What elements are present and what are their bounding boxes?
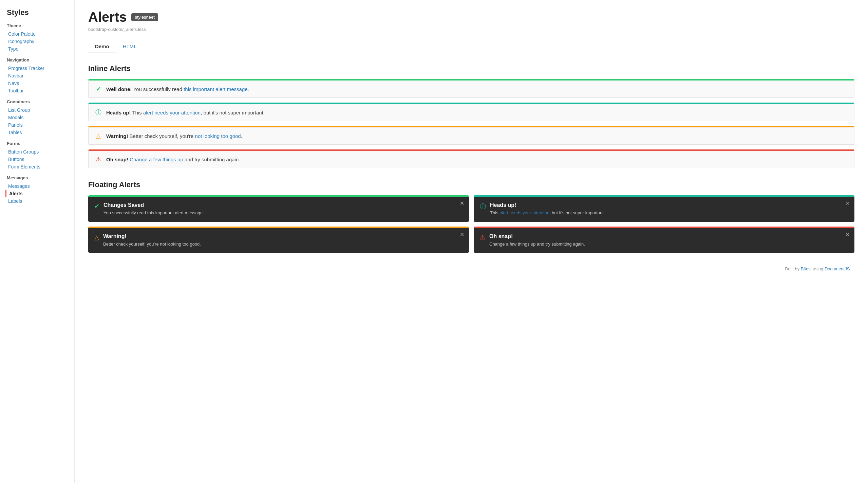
inline-alerts-heading: Inline Alerts: [88, 64, 854, 73]
floating-alert-warning: △ Warning! Better check yourself, you're…: [88, 227, 469, 253]
footer-documentjs-link[interactable]: DocumentJS: [825, 266, 850, 271]
inline-alert-warning-text: Warning! Better check yourself, you're n…: [106, 133, 242, 139]
floating-info-circle-icon: ⓘ: [480, 202, 486, 211]
inline-alert-danger-strong: Oh snap!: [106, 157, 128, 162]
page-subtitle: bootstrap-custom/_alerts.less: [88, 27, 854, 32]
floating-alert-success-close[interactable]: ✕: [460, 201, 464, 206]
sidebar-item-messages[interactable]: Messages: [7, 182, 68, 190]
inline-alert-warning: △ Warning! Better check yourself, you're…: [88, 126, 854, 145]
inline-alert-info-link[interactable]: alert needs your attention: [143, 110, 201, 115]
inline-alert-danger-link[interactable]: Change a few things up: [130, 157, 183, 162]
tab-html[interactable]: HTML: [116, 40, 144, 53]
danger-circle-icon: ⚠: [95, 156, 102, 163]
footer: Built by Bitovi using DocumentJS.: [88, 266, 854, 271]
page-header: Alerts stylesheet: [88, 10, 854, 25]
stylesheet-badge: stylesheet: [131, 13, 158, 21]
floating-alert-success-text: You successfully read this important ale…: [103, 210, 463, 216]
sidebar-item-buttons[interactable]: Buttons: [7, 156, 68, 163]
sidebar-item-iconography[interactable]: Iconography: [7, 38, 68, 45]
sidebar-item-navs[interactable]: Navs: [7, 79, 68, 87]
sidebar-item-color-palette[interactable]: Color Palette: [7, 30, 68, 38]
page-title: Alerts: [88, 10, 127, 25]
floating-alert-danger: ⚠ Oh snap! Change a few things up and tr…: [474, 227, 854, 253]
inline-alert-danger-text: Oh snap! Change a few things up and try …: [106, 157, 240, 162]
floating-alert-warning-title: Warning!: [103, 233, 463, 239]
floating-alert-info-body: Heads up! This alert needs your attentio…: [490, 202, 848, 216]
floating-alert-success-body: Changes Saved You successfully read this…: [103, 202, 463, 216]
sidebar-item-tables[interactable]: Tables: [7, 129, 68, 136]
floating-alert-info-link[interactable]: alert needs your attention: [499, 210, 549, 215]
main-content: Alerts stylesheet bootstrap-custom/_aler…: [75, 0, 868, 483]
floating-alert-info-title: Heads up!: [490, 202, 848, 208]
floating-alert-danger-body: Oh snap! Change a few things up and try …: [489, 233, 848, 248]
inline-alert-success-strong: Well done!: [106, 86, 132, 92]
floating-alert-warning-close[interactable]: ✕: [460, 232, 464, 237]
check-circle-icon: ✔: [95, 85, 102, 93]
warning-triangle-icon: △: [95, 132, 102, 140]
floating-alert-danger-close[interactable]: ✕: [845, 232, 850, 237]
sidebar-section-messages: Messages: [7, 175, 68, 180]
floating-alert-info-text: This alert needs your attention, but it'…: [490, 210, 848, 216]
floating-alert-success: ✔ Changes Saved You successfully read th…: [88, 195, 469, 222]
sidebar-item-panels[interactable]: Panels: [7, 121, 68, 129]
footer-text: Built by Bitovi using DocumentJS.: [785, 266, 851, 271]
floating-alert-info-close[interactable]: ✕: [845, 201, 850, 206]
sidebar-item-button-groups[interactable]: Button Groups: [7, 148, 68, 156]
sidebar-item-toolbar[interactable]: Toolbar: [7, 87, 68, 94]
sidebar-section-forms: Forms: [7, 141, 68, 146]
floating-alert-danger-text: Change a few things up and try submittin…: [489, 241, 848, 248]
floating-alerts-grid: ✔ Changes Saved You successfully read th…: [88, 195, 854, 253]
floating-warning-icon: △: [94, 234, 99, 241]
inline-alert-info-text: Heads up! This alert needs your attentio…: [106, 110, 265, 115]
floating-alerts-heading: Floating Alerts: [88, 180, 854, 189]
sidebar-item-alerts[interactable]: Alerts: [5, 190, 68, 197]
sidebar-item-modals[interactable]: Modals: [7, 114, 68, 121]
inline-alert-warning-link[interactable]: not looking too good: [195, 133, 241, 139]
tab-demo[interactable]: Demo: [88, 40, 116, 53]
floating-alert-info: ⓘ Heads up! This alert needs your attent…: [474, 195, 854, 222]
sidebar: Styles Theme Color Palette Iconography T…: [0, 0, 75, 483]
sidebar-item-form-elements[interactable]: Form Elements: [7, 163, 68, 171]
inline-alert-info: ⓘ Heads up! This alert needs your attent…: [88, 103, 854, 121]
sidebar-title: Styles: [7, 8, 68, 17]
sidebar-item-type[interactable]: Type: [7, 45, 68, 53]
inline-alert-success: ✔ Well done! You successfully read this …: [88, 79, 854, 98]
sidebar-item-list-group[interactable]: List Group: [7, 106, 68, 114]
tabs: Demo HTML: [88, 40, 854, 53]
floating-alert-warning-text: Better check yourself, you're not lookin…: [103, 241, 463, 248]
sidebar-item-navbar[interactable]: Navbar: [7, 72, 68, 79]
floating-alert-success-title: Changes Saved: [103, 202, 463, 208]
floating-alert-danger-title: Oh snap!: [489, 233, 848, 239]
floating-check-circle-icon: ✔: [94, 202, 99, 210]
footer-bitovi-link[interactable]: Bitovi: [801, 266, 812, 271]
inline-alert-success-text: Well done! You successfully read this im…: [106, 86, 249, 92]
sidebar-section-containers: Containers: [7, 99, 68, 104]
floating-danger-icon: ⚠: [480, 234, 485, 241]
sidebar-section-theme: Theme: [7, 23, 68, 28]
floating-alert-warning-body: Warning! Better check yourself, you're n…: [103, 233, 463, 248]
inline-alert-info-strong: Heads up!: [106, 110, 131, 115]
inline-alert-success-link[interactable]: this important alert message: [184, 86, 247, 92]
sidebar-section-navigation: Navigation: [7, 57, 68, 62]
info-circle-icon: ⓘ: [95, 109, 102, 116]
sidebar-item-labels[interactable]: Labels: [7, 197, 68, 205]
inline-alert-warning-strong: Warning!: [106, 133, 128, 139]
inline-alert-danger: ⚠ Oh snap! Change a few things up and tr…: [88, 149, 854, 168]
sidebar-item-progress-tracker[interactable]: Progress Tracker: [7, 65, 68, 72]
